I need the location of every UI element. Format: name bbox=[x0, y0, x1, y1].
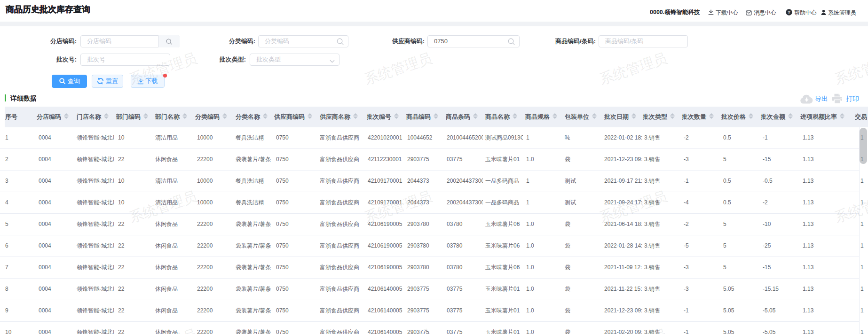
svg-text:?: ? bbox=[788, 10, 790, 15]
